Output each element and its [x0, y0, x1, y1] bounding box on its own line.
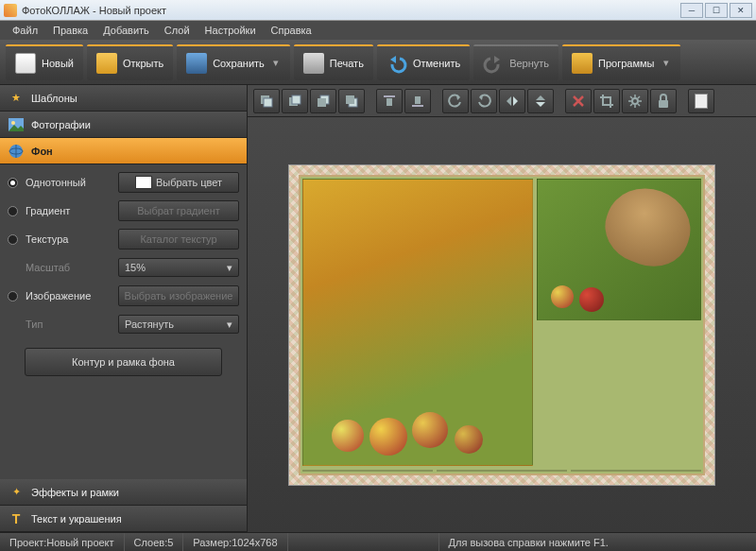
accordion-background[interactable]: Фон: [0, 138, 247, 164]
accordion-text-label: Текст и украшения: [31, 513, 122, 525]
maximize-button[interactable]: ☐: [705, 3, 728, 18]
radio-solid[interactable]: [8, 178, 18, 188]
status-project: Проект: Новый проект: [0, 533, 125, 551]
accordion-text[interactable]: T Текст и украшения: [0, 506, 247, 532]
scale-select[interactable]: 15% ▾: [118, 258, 239, 277]
status-size-value: 1024x768: [232, 537, 277, 548]
status-layers: Слоев: 5: [125, 533, 184, 551]
svg-rect-13: [387, 98, 392, 106]
choose-image-button[interactable]: Выбрать изображение: [118, 285, 239, 306]
image-label: Изображение: [26, 290, 111, 301]
flip-vertical-button[interactable]: [527, 89, 554, 113]
bring-front-button[interactable]: [253, 89, 280, 113]
open-button[interactable]: Открыть: [87, 44, 173, 80]
programs-button[interactable]: Программы ▾: [562, 44, 679, 80]
canvas-toolbar: [248, 85, 756, 117]
undo-button[interactable]: Отменить: [377, 44, 470, 80]
blank-page-button[interactable]: [688, 89, 714, 113]
svg-rect-9: [318, 98, 326, 107]
collage-photo-3[interactable]: [302, 470, 433, 472]
programs-label: Программы: [598, 58, 654, 69]
choose-color-button[interactable]: Выбрать цвет: [118, 172, 239, 193]
save-label: Сохранить: [213, 58, 265, 69]
status-size: Размер: 1024x768: [183, 533, 287, 551]
move-up-button[interactable]: [282, 89, 308, 113]
collage-photo-2[interactable]: [537, 179, 701, 320]
menu-settings[interactable]: Настройки: [198, 23, 263, 38]
print-button[interactable]: Печать: [294, 44, 373, 80]
status-project-label: Проект:: [9, 537, 46, 548]
accordion-templates[interactable]: ★ Шаблоны: [0, 85, 247, 112]
texture-catalog-button[interactable]: Каталог текстур: [118, 229, 239, 250]
scale-label: Масштаб: [26, 262, 111, 273]
color-swatch: [135, 176, 152, 189]
radio-texture[interactable]: [8, 234, 18, 245]
collage-photo-5[interactable]: [571, 470, 701, 472]
collage-photo-1[interactable]: [302, 179, 533, 466]
rotate-left-button[interactable]: [442, 89, 469, 113]
new-button[interactable]: Новый: [6, 44, 83, 80]
choose-color-label: Выбрать цвет: [156, 177, 222, 188]
menu-help[interactable]: Справка: [265, 23, 318, 38]
rotate-right-button[interactable]: [471, 89, 497, 113]
menu-layer[interactable]: Слой: [158, 23, 197, 38]
menu-file[interactable]: Файл: [6, 23, 44, 38]
delete-button[interactable]: [565, 89, 592, 113]
lock-button[interactable]: [650, 89, 677, 113]
accordion-effects[interactable]: ✦ Эффекты и рамки: [0, 479, 247, 506]
undo-label: Отменить: [413, 58, 460, 69]
settings-button[interactable]: [622, 89, 648, 113]
folder-open-icon: [96, 53, 117, 74]
type-value: Растянуть: [125, 319, 174, 330]
save-button[interactable]: Сохранить ▾: [177, 44, 290, 80]
flip-horizontal-button[interactable]: [499, 89, 525, 113]
accordion-templates-label: Шаблоны: [31, 93, 77, 104]
accordion-photos-label: Фотографии: [31, 119, 91, 130]
menu-add[interactable]: Добавить: [96, 23, 156, 38]
redo-button[interactable]: Вернуть: [473, 44, 558, 80]
align-top-button[interactable]: [376, 89, 403, 113]
status-layers-label: Слоев:: [134, 537, 168, 548]
radio-image[interactable]: [8, 291, 18, 301]
move-down-button[interactable]: [310, 89, 336, 113]
canvas-viewport[interactable]: [248, 117, 756, 532]
send-back-button[interactable]: [338, 89, 365, 113]
new-label: Новый: [42, 58, 74, 69]
status-bar: Проект: Новый проект Слоев: 5 Размер: 10…: [0, 532, 756, 551]
contour-frame-label: Контур и рамка фона: [72, 356, 175, 368]
box-icon: [572, 53, 593, 74]
redo-label: Вернуть: [509, 58, 549, 69]
contour-frame-button[interactable]: Контур и рамка фона: [25, 348, 222, 376]
scale-value: 15%: [125, 262, 146, 273]
menu-edit[interactable]: Правка: [46, 23, 94, 38]
new-file-icon: [15, 53, 36, 74]
print-label: Печать: [330, 58, 364, 69]
collage-photo-4[interactable]: [437, 470, 567, 472]
accordion-background-label: Фон: [31, 146, 53, 157]
choose-gradient-button[interactable]: Выбрат градиент: [118, 200, 239, 221]
star-icon: ★: [8, 90, 25, 107]
status-spacer: [288, 533, 439, 551]
align-bottom-button[interactable]: [404, 89, 431, 113]
svg-rect-7: [292, 95, 301, 104]
minimize-button[interactable]: ─: [680, 3, 703, 18]
accordion-photos[interactable]: Фотографии: [0, 112, 247, 138]
left-sidebar: ★ Шаблоны Фотографии Фон Однотонный Выбр…: [0, 85, 248, 532]
chevron-down-icon: ▾: [227, 262, 232, 274]
close-button[interactable]: ✕: [730, 3, 752, 18]
status-project-name: Новый проект: [46, 537, 113, 548]
type-select[interactable]: Растянуть ▾: [118, 315, 239, 334]
chevron-down-icon[interactable]: ▾: [273, 57, 281, 69]
redo-icon: [483, 53, 504, 74]
crop-button[interactable]: [593, 89, 620, 113]
status-size-label: Размер:: [193, 537, 232, 548]
svg-rect-15: [415, 96, 421, 104]
radio-gradient[interactable]: [8, 206, 18, 216]
collage-frame[interactable]: [288, 164, 715, 486]
accordion-effects-label: Эффекты и рамки: [31, 487, 119, 498]
collage-canvas[interactable]: [299, 175, 705, 475]
chevron-down-icon[interactable]: ▾: [663, 57, 671, 69]
background-panel: Однотонный Выбрать цвет Градиент Выбрат …: [0, 164, 247, 479]
status-layers-count: 5: [167, 537, 173, 548]
svg-point-1: [11, 121, 15, 125]
